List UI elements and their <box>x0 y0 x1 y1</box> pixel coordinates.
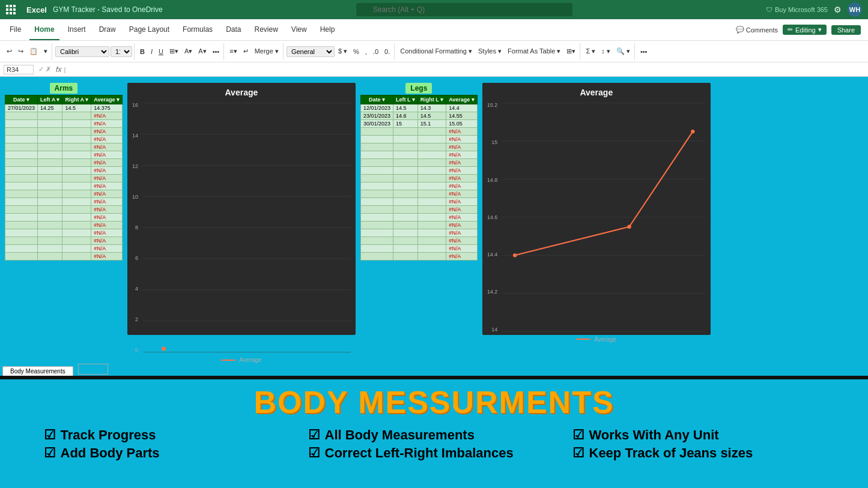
more-quick-access[interactable]: ▾ <box>41 46 50 56</box>
table-row: #N/A <box>5 245 123 253</box>
feature-any-unit: ☑ Works With Any Unit <box>572 427 825 443</box>
tab-page-layout[interactable]: Page Layout <box>124 19 174 40</box>
editing-badge[interactable]: ✏ Editing ▾ <box>783 25 827 35</box>
table-row: #N/A <box>360 237 477 245</box>
table-row: #N/A <box>360 198 477 206</box>
font-size-selector[interactable]: 11 <box>111 46 132 57</box>
svg-text:25/01/2023: 25/01/2023 <box>637 331 654 332</box>
redo-button[interactable]: ↪ <box>16 46 26 56</box>
settings-icon[interactable]: ⚙ <box>834 5 842 14</box>
table-row: #N/A <box>5 182 123 190</box>
tab-data[interactable]: Data <box>221 19 246 40</box>
bold-button[interactable]: B <box>138 47 147 56</box>
currency-button[interactable]: $ ▾ <box>336 46 350 56</box>
percent-button[interactable]: % <box>351 47 362 56</box>
table-row: #N/A <box>360 128 477 136</box>
top-right-controls: 💬 Comments ✏ Editing ▾ Share <box>736 25 863 35</box>
check-icon-5: ☑ <box>308 445 320 461</box>
share-button[interactable]: Share <box>831 25 861 35</box>
table-row: #N/A <box>360 253 477 261</box>
title-bar-left: Excel GYM Tracker - Saved to OneDrive <box>6 5 163 14</box>
features-grid: ☑ Track Progress ☑ All Body Measurements… <box>44 427 825 461</box>
legs-chart-title: Average <box>487 88 706 97</box>
legs-title: Legs <box>405 83 432 94</box>
tab-draw[interactable]: Draw <box>94 19 121 40</box>
merge-button[interactable]: Merge ▾ <box>252 46 281 56</box>
table-row: #N/A <box>360 245 477 253</box>
decimal-increase[interactable]: .0 <box>371 47 381 56</box>
comma-button[interactable]: , <box>363 47 369 56</box>
svg-text:27/01/2023: 27/01/2023 <box>655 331 672 332</box>
arms-legend-line <box>221 360 235 361</box>
undo-group: ↩ ↪ 📋 ▾ <box>2 43 52 60</box>
styles-button[interactable]: Styles ▾ <box>476 46 504 56</box>
fx-label: fx <box>56 65 61 74</box>
wrap-button[interactable]: ↵ <box>241 46 251 56</box>
buy-microsoft-link[interactable]: 🛡 Buy Microsoft 365 <box>766 6 828 13</box>
align-button[interactable]: ≡▾ <box>227 46 239 56</box>
tab-file[interactable]: File <box>5 19 26 40</box>
expand-group: ••• <box>636 43 652 60</box>
arms-col-left: Left A ▾ <box>38 95 62 104</box>
sheet-tab-bar: Body Measurements <box>0 359 868 376</box>
tab-view[interactable]: View <box>287 19 312 40</box>
tab-formulas[interactable]: Formulas <box>178 19 217 40</box>
table-row: #N/A <box>360 206 477 214</box>
sum-button[interactable]: Σ ▾ <box>583 46 598 56</box>
undo-button[interactable]: ↩ <box>4 46 14 56</box>
legs-legend-label: Average <box>594 336 616 343</box>
feature-all-measurements: ☑ All Body Measurements <box>308 427 560 443</box>
table-row: #N/A <box>360 182 477 190</box>
feature-label-5: Correct Left-Right Imbalances <box>325 445 514 461</box>
legs-col-date: Date ▾ <box>360 95 393 104</box>
app-grid-icon[interactable] <box>6 5 16 14</box>
more-format[interactable]: ••• <box>210 47 222 56</box>
decimal-decrease[interactable]: 0. <box>382 47 392 56</box>
legs-chart-legend: Average <box>487 336 706 343</box>
tab-help[interactable]: Help <box>315 19 340 40</box>
legs-col-avg: Average ▾ <box>446 95 478 104</box>
svg-text:30/01/2023: 30/01/2023 <box>684 331 700 332</box>
selected-cell-indicator <box>78 364 108 375</box>
italic-button[interactable]: I <box>148 47 155 56</box>
format-as-table-button[interactable]: Format As Table ▾ <box>505 46 563 56</box>
tab-insert[interactable]: Insert <box>63 19 91 40</box>
cell-reference-input[interactable] <box>4 65 34 74</box>
cells-button[interactable]: ⊞▾ <box>564 46 578 56</box>
font-selector[interactable]: Calibri <box>55 46 109 57</box>
underline-button[interactable]: U <box>156 47 166 56</box>
svg-text:28/01/2023: 28/01/2023 <box>663 331 679 332</box>
legs-col-left: Left L ▾ <box>393 95 417 104</box>
table-row: #N/A <box>360 143 477 151</box>
table-row: #N/A <box>5 229 123 237</box>
more-button[interactable]: ••• <box>638 47 650 56</box>
conditional-formatting-button[interactable]: Conditional Formatting ▾ <box>398 46 475 56</box>
feature-label-3: Works With Any Unit <box>589 427 719 443</box>
svg-text:12/01/2023: 12/01/2023 <box>506 331 523 332</box>
find-button[interactable]: 🔍 ▾ <box>614 46 633 56</box>
tab-review[interactable]: Review <box>249 19 282 40</box>
borders-button[interactable]: ⊞▾ <box>167 46 181 56</box>
tab-home[interactable]: Home <box>29 19 59 40</box>
search-input[interactable] <box>356 3 572 16</box>
sheet-tab-active[interactable]: Body Measurements <box>2 366 73 376</box>
arms-chart: Average 16 14 12 10 8 6 4 2 0 <box>127 83 356 335</box>
table-row: #N/A <box>360 167 477 175</box>
font-color-button[interactable]: A▾ <box>196 46 208 56</box>
avatar[interactable]: WH <box>848 2 862 17</box>
table-row: 23/01/2023 14.6 14.5 14.55 <box>360 112 477 120</box>
title-bar-center: 🔍 <box>163 3 766 16</box>
number-format-selector[interactable]: General <box>287 46 335 57</box>
table-row: #N/A <box>5 253 123 261</box>
table-row: #N/A <box>360 190 477 198</box>
feature-add-body-parts: ☑ Add Body Parts <box>44 445 296 461</box>
check-icon-2: ☑ <box>308 427 320 443</box>
format-group: B I U ⊞▾ A▾ A▾ ••• <box>136 43 224 60</box>
quick-access-button[interactable]: 📋 <box>27 46 40 56</box>
table-row: #N/A <box>5 112 123 120</box>
title-bar: Excel GYM Tracker - Saved to OneDrive 🔍 … <box>0 0 868 19</box>
sort-button[interactable]: ↕ ▾ <box>599 46 613 56</box>
arms-legend-label: Average <box>239 357 261 363</box>
comments-button[interactable]: 💬 Comments <box>736 26 778 34</box>
fill-color-button[interactable]: A▾ <box>182 46 195 56</box>
